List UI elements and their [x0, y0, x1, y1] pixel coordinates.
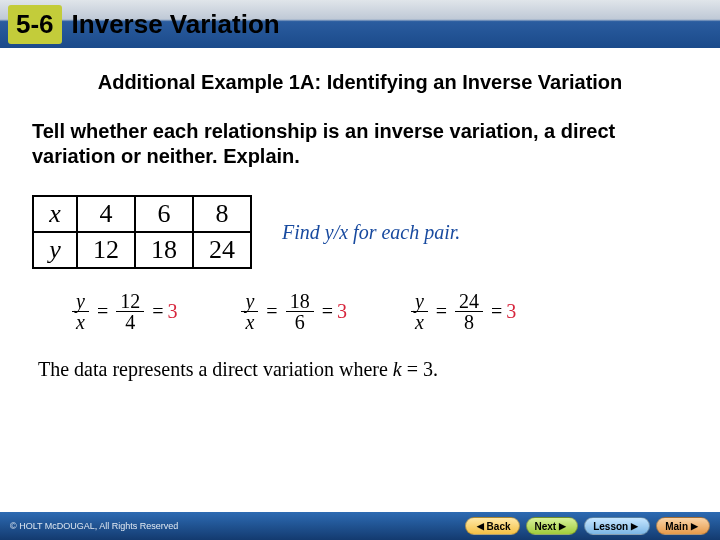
calc-2-den: 8: [460, 312, 478, 332]
main-button[interactable]: Main▶: [656, 517, 710, 535]
y-val-2: 24: [193, 232, 251, 268]
frac-x: x: [72, 312, 89, 332]
main-label: Main: [665, 521, 688, 532]
slide-content: Additional Example 1A: Identifying an In…: [0, 48, 720, 381]
calc-1-den: 6: [291, 312, 309, 332]
frac-y: y: [241, 291, 258, 312]
conclusion-k: k: [393, 358, 402, 380]
calc-2-result: 3: [506, 300, 516, 323]
back-button[interactable]: ◀Back: [465, 517, 520, 535]
lesson-button[interactable]: Lesson▶: [584, 517, 650, 535]
equals-icon: =: [152, 300, 163, 323]
calc-0-result: 3: [167, 300, 177, 323]
y-val-0: 12: [77, 232, 135, 268]
nav-buttons: ◀Back Next▶ Lesson▶ Main▶: [465, 517, 710, 535]
frac-x: x: [241, 312, 258, 332]
triangle-right-icon: ▶: [559, 521, 566, 531]
slide-header: 5-6 Inverse Variation: [0, 0, 720, 48]
calc-2: yx = 248 = 3: [407, 291, 516, 332]
next-label: Next: [535, 521, 557, 532]
conclusion: The data represents a direct variation w…: [38, 358, 688, 381]
next-button[interactable]: Next▶: [526, 517, 579, 535]
calc-1-result: 3: [337, 300, 347, 323]
table-and-hint: x 4 6 8 y 12 18 24 Find y/x for each pai…: [32, 195, 688, 269]
data-table: x 4 6 8 y 12 18 24: [32, 195, 252, 269]
y-header: y: [33, 232, 77, 268]
calc-0: yx = 124 = 3: [68, 291, 177, 332]
y-val-1: 18: [135, 232, 193, 268]
equals-icon: =: [436, 300, 447, 323]
example-title: Additional Example 1A: Identifying an In…: [32, 70, 688, 95]
frac-x: x: [411, 312, 428, 332]
triangle-left-icon: ◀: [477, 521, 484, 531]
triangle-right-icon: ▶: [691, 521, 698, 531]
section-title: Inverse Variation: [72, 9, 280, 40]
table-row-y: y 12 18 24: [33, 232, 251, 268]
back-label: Back: [487, 521, 511, 532]
slide-footer: © HOLT McDOUGAL, All Rights Reserved ◀Ba…: [0, 512, 720, 540]
hint-text: Find y/x for each pair.: [282, 221, 460, 244]
frac-y: y: [72, 291, 89, 312]
equals-icon: =: [322, 300, 333, 323]
frac-y: y: [411, 291, 428, 312]
copyright-text: © HOLT McDOUGAL, All Rights Reserved: [10, 521, 178, 531]
equals-icon: =: [491, 300, 502, 323]
triangle-right-icon: ▶: [631, 521, 638, 531]
x-header: x: [33, 196, 77, 232]
lesson-label: Lesson: [593, 521, 628, 532]
calc-0-den: 4: [121, 312, 139, 332]
calc-0-num: 12: [116, 291, 144, 312]
x-val-2: 8: [193, 196, 251, 232]
instruction-text: Tell whether each relationship is an inv…: [32, 119, 688, 169]
x-val-1: 6: [135, 196, 193, 232]
equals-icon: =: [266, 300, 277, 323]
equals-icon: =: [97, 300, 108, 323]
calculations: yx = 124 = 3 yx = 186 = 3 yx = 248 = 3: [68, 291, 688, 332]
conclusion-pre: The data represents a direct variation w…: [38, 358, 393, 380]
calc-1: yx = 186 = 3: [237, 291, 346, 332]
section-number-badge: 5-6: [8, 5, 62, 44]
x-val-0: 4: [77, 196, 135, 232]
table-row-x: x 4 6 8: [33, 196, 251, 232]
conclusion-post: = 3.: [402, 358, 438, 380]
calc-1-num: 18: [286, 291, 314, 312]
calc-2-num: 24: [455, 291, 483, 312]
